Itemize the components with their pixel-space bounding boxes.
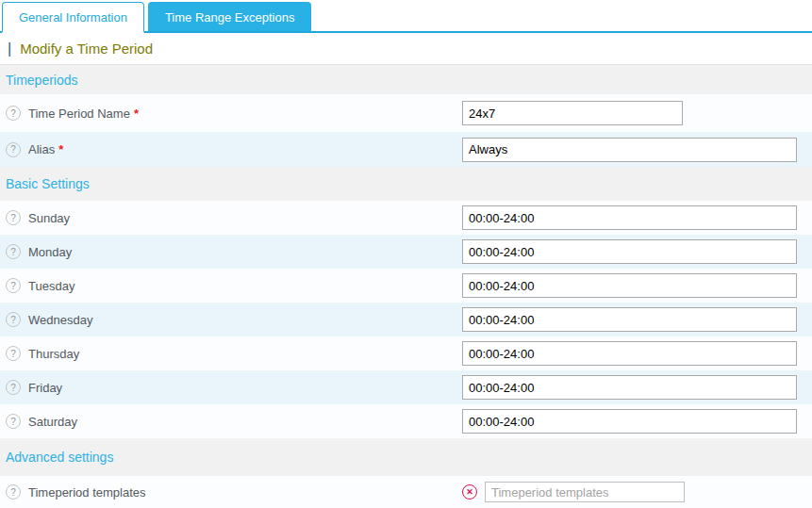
saturday-label: Saturday <box>28 415 77 429</box>
wednesday-label-cell: ? Wednesday <box>0 312 462 327</box>
friday-input[interactable] <box>462 375 797 400</box>
row-tuesday: ? Tuesday <box>0 269 812 303</box>
time-period-name-input-cell <box>462 101 812 125</box>
section-header-basic-settings: Basic Settings <box>0 167 812 201</box>
timeperiod-templates-input-cell: ✕ <box>462 482 812 502</box>
monday-label: Monday <box>28 245 72 259</box>
thursday-label: Thursday <box>28 347 79 361</box>
sunday-input[interactable] <box>462 205 797 230</box>
section-header-timeperiods: Timeperiods <box>0 65 812 94</box>
row-sunday: ? Sunday <box>0 201 812 235</box>
help-icon[interactable]: ? <box>6 414 21 429</box>
help-icon[interactable]: ? <box>6 210 21 225</box>
time-period-name-input[interactable] <box>462 101 683 125</box>
help-icon[interactable]: ? <box>6 380 21 395</box>
alias-input-cell <box>462 138 812 162</box>
section-header-advanced-settings: Advanced settings <box>0 438 812 476</box>
time-period-name-label: Time Period Name <box>28 107 130 121</box>
required-asterisk: * <box>134 107 139 121</box>
timeperiod-templates-input[interactable] <box>485 482 685 502</box>
help-icon[interactable]: ? <box>6 484 21 500</box>
help-icon[interactable]: ? <box>6 106 21 121</box>
wednesday-input[interactable] <box>462 307 797 332</box>
page-title: Modify a Time Period <box>20 41 153 57</box>
help-icon[interactable]: ? <box>6 244 21 259</box>
sunday-label-cell: ? Sunday <box>0 210 462 225</box>
thursday-input[interactable] <box>462 341 797 366</box>
row-monday: ? Monday <box>0 235 812 269</box>
time-period-name-label-cell: ? Time Period Name * <box>0 106 462 121</box>
sunday-label: Sunday <box>28 211 70 225</box>
alias-label: Alias <box>28 142 55 156</box>
row-thursday: ? Thursday <box>0 336 812 370</box>
row-timeperiod-templates: ? Timeperiod templates ✕ <box>0 476 812 508</box>
tab-bar: General Information Time Range Exception… <box>0 0 812 33</box>
tuesday-label-cell: ? Tuesday <box>0 278 462 293</box>
saturday-input-cell <box>462 409 812 434</box>
wednesday-label: Wednesday <box>28 313 92 327</box>
friday-label-cell: ? Friday <box>0 380 462 395</box>
tuesday-label: Tuesday <box>28 279 75 293</box>
friday-label: Friday <box>28 381 62 395</box>
alias-label-cell: ? Alias * <box>0 142 462 157</box>
wednesday-input-cell <box>462 307 812 332</box>
timeperiod-templates-label-cell: ? Timeperiod templates <box>0 484 462 500</box>
thursday-label-cell: ? Thursday <box>0 346 462 361</box>
row-alias: ? Alias * <box>0 132 812 167</box>
monday-label-cell: ? Monday <box>0 244 462 259</box>
saturday-input[interactable] <box>462 409 797 434</box>
monday-input[interactable] <box>462 239 797 264</box>
tuesday-input-cell <box>462 273 812 298</box>
sunday-input-cell <box>462 205 812 230</box>
row-friday: ? Friday <box>0 370 812 404</box>
tab-general-information[interactable]: General Information <box>2 2 144 33</box>
monday-input-cell <box>462 239 812 264</box>
timeperiod-templates-label: Timeperiod templates <box>28 485 146 500</box>
row-wednesday: ? Wednesday <box>0 303 812 336</box>
row-time-period-name: ? Time Period Name * <box>0 94 812 132</box>
help-icon[interactable]: ? <box>6 346 21 361</box>
help-icon[interactable]: ? <box>6 312 21 327</box>
tab-time-range-exceptions[interactable]: Time Range Exceptions <box>148 2 312 31</box>
required-asterisk: * <box>58 142 63 156</box>
saturday-label-cell: ? Saturday <box>0 414 462 429</box>
thursday-input-cell <box>462 341 812 366</box>
row-saturday: ? Saturday <box>0 404 812 438</box>
help-icon[interactable]: ? <box>6 142 21 157</box>
friday-input-cell <box>462 375 812 400</box>
clear-circle-x-icon[interactable]: ✕ <box>462 484 477 500</box>
help-icon[interactable]: ? <box>6 278 21 293</box>
page-title-bar: | Modify a Time Period <box>0 33 812 65</box>
tuesday-input[interactable] <box>462 273 797 298</box>
title-pipe-decoration: | <box>8 41 11 57</box>
alias-input[interactable] <box>462 138 797 162</box>
